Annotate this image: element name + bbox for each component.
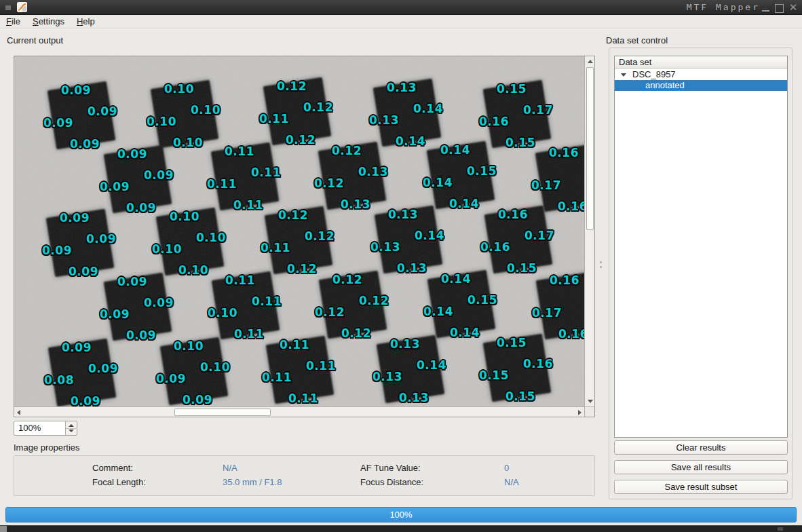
- mtf-value-label: 0.11: [262, 370, 292, 384]
- mtf-value-label: 0.09: [42, 244, 72, 257]
- tree-item-annotated[interactable]: annotated: [615, 80, 787, 91]
- progress-bar: 100%: [5, 507, 797, 522]
- mtf-value-label: 0.12: [332, 144, 362, 157]
- mtf-value-label: 0.12: [341, 326, 371, 340]
- mtf-value-label: 0.17: [523, 103, 553, 117]
- spin-separator: [66, 428, 77, 429]
- property-value: N/A: [504, 476, 519, 489]
- mtf-value-label: 0.14: [413, 102, 443, 115]
- mtf-value-label: 0.11: [251, 166, 281, 179]
- mtf-value-label: 0.09: [117, 275, 147, 288]
- mtf-value-label: 0.09: [156, 372, 186, 385]
- menu-item-file[interactable]: File: [0, 15, 26, 28]
- property-row: Comment:N/A: [92, 462, 133, 474]
- mtf-value-label: 0.09: [43, 116, 73, 130]
- splitter-handle[interactable]: [600, 261, 602, 263]
- mtf-value-label: 0.12: [359, 294, 389, 307]
- mtf-value-label: 0.10: [164, 82, 194, 96]
- horizontal-scrollbar-thumb[interactable]: [174, 408, 271, 416]
- mtf-value-label: 0.14: [396, 134, 425, 148]
- property-row: AF Tune Value:0: [360, 462, 421, 474]
- mtf-value-label: 0.15: [467, 293, 497, 307]
- mtf-value-label: 0.14: [417, 358, 446, 372]
- taskbar-left-segment: [0, 526, 7, 532]
- mtf-value-label: 0.10: [200, 360, 230, 374]
- mtf-value-label: 0.10: [178, 263, 208, 277]
- save-result-subset-button[interactable]: Save result subset: [614, 480, 788, 494]
- mtf-value-label: 0.16: [480, 240, 510, 254]
- app-icon: [17, 2, 27, 12]
- menu-bar: FileSettingsHelp: [0, 15, 802, 28]
- property-label: AF Tune Value:: [360, 463, 421, 473]
- mtf-value-label: 0.09: [70, 137, 100, 151]
- horizontal-scrollbar[interactable]: [14, 406, 584, 417]
- mtf-value-label: 0.16: [498, 208, 528, 221]
- mtf-value-label: 0.09: [69, 265, 98, 278]
- scroll-down-icon[interactable]: [588, 400, 593, 403]
- tree-item-dsc-8957[interactable]: DSC_8957: [615, 69, 787, 80]
- mtf-value-label: 0.10: [147, 115, 176, 128]
- spin-down-icon[interactable]: [69, 430, 74, 432]
- close-button[interactable]: ✕: [788, 3, 798, 12]
- tree-item-label: DSC_8957: [632, 69, 676, 80]
- menu-item-help[interactable]: Help: [71, 15, 101, 28]
- maximize-button[interactable]: [774, 3, 784, 12]
- splitter-handle[interactable]: [600, 266, 602, 268]
- image-properties-label: Image properties: [14, 442, 80, 453]
- mtf-value-label: 0.17: [532, 306, 562, 320]
- minimize-button[interactable]: [761, 3, 771, 12]
- spin-up-icon[interactable]: [69, 424, 74, 427]
- property-value: 35.0 mm / F1.8: [223, 476, 282, 489]
- mtf-value-label: 0.15: [505, 390, 535, 403]
- menu-item-settings[interactable]: Settings: [26, 15, 71, 28]
- mtf-value-label: 0.11: [233, 198, 263, 212]
- mtf-value-label: 0.10: [208, 306, 237, 320]
- vertical-scrollbar[interactable]: [584, 56, 594, 406]
- vertical-scrollbar-thumb[interactable]: [586, 67, 594, 230]
- mtf-value-label: 0.11: [234, 327, 264, 341]
- annotated-image[interactable]: 0.090.090.090.090.100.100.100.100.120.12…: [14, 56, 584, 406]
- property-label: Focal Length:: [92, 477, 146, 487]
- taskbar-strip: [0, 525, 802, 532]
- mtf-value-label: 0.10: [173, 136, 203, 149]
- scroll-up-icon[interactable]: [588, 60, 593, 63]
- mtf-value-label: 0.09: [60, 211, 90, 225]
- current-output-label: Current output: [7, 35, 63, 45]
- mtf-value-label: 0.08: [44, 373, 74, 387]
- mtf-value-label: 0.16: [549, 146, 579, 159]
- mtf-value-label: 0.13: [387, 81, 417, 94]
- mtf-value-label: 0.09: [86, 232, 116, 246]
- zoom-spin-buttons[interactable]: [65, 421, 77, 435]
- mtf-value-label: 0.11: [280, 338, 309, 352]
- mtf-value-label: 0.13: [397, 261, 427, 275]
- clear-results-button[interactable]: Clear results: [614, 440, 788, 455]
- mtf-value-label: 0.16: [558, 327, 584, 341]
- mtf-value-label: 0.16: [550, 273, 579, 287]
- mtf-value-label: 0.12: [278, 208, 308, 222]
- save-all-results-button[interactable]: Save all results: [614, 460, 788, 474]
- tree-header[interactable]: Data set: [615, 56, 787, 69]
- image-properties-box: Comment:N/AFocal Length:35.0 mm / F1.8AF…: [14, 455, 595, 496]
- taskbar-right-segment: [778, 527, 783, 531]
- mtf-mapper-window: MTF Mapper ✕ FileSettingsHelp Current ou…: [0, 0, 802, 532]
- scroll-right-icon[interactable]: [578, 410, 581, 415]
- mtf-value-label: 0.11: [306, 359, 336, 373]
- mtf-value-label: 0.14: [415, 229, 444, 242]
- dataset-tree[interactable]: Data set DSC_8957 annotated: [614, 56, 788, 438]
- mtf-value-label: 0.09: [117, 147, 147, 161]
- zoom-value[interactable]: 100%: [18, 421, 41, 435]
- dataset-control-label: Data set control: [606, 35, 668, 45]
- mtf-value-label: 0.09: [88, 362, 118, 375]
- window-menu-icon[interactable]: [5, 5, 11, 10]
- mtf-value-label: 0.10: [174, 339, 204, 353]
- mtf-value-label: 0.16: [558, 200, 584, 213]
- scroll-left-icon[interactable]: [17, 410, 20, 415]
- expander-icon[interactable]: [621, 73, 626, 77]
- mtf-value-label: 0.11: [207, 177, 237, 191]
- scrollbar-corner: [584, 406, 594, 417]
- mtf-value-label: 0.16: [479, 115, 509, 128]
- title-bar[interactable]: MTF Mapper ✕: [0, 0, 802, 15]
- mtf-value-label: 0.14: [423, 176, 453, 189]
- zoom-spinbox[interactable]: 100%: [14, 421, 77, 436]
- mtf-value-label: 0.12: [315, 305, 345, 319]
